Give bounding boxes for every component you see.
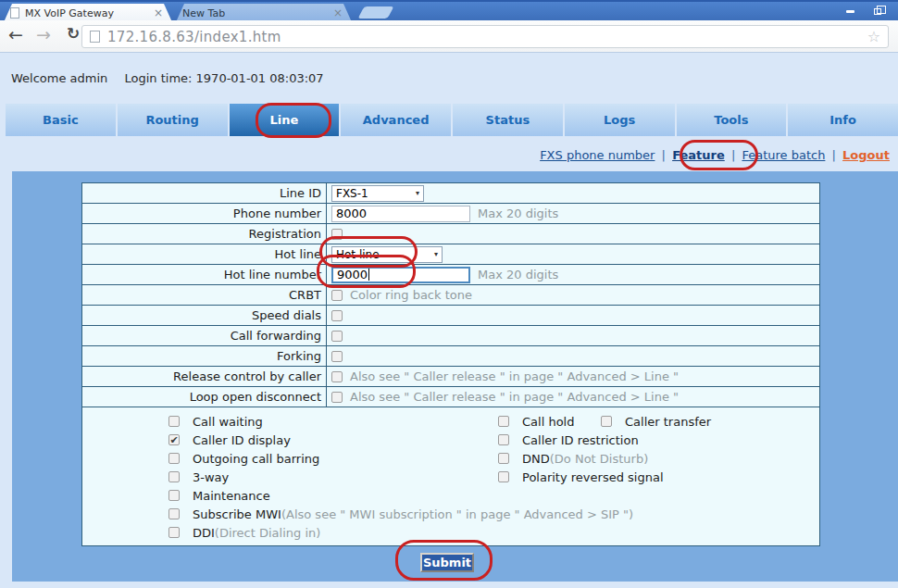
feature-dnd: DND(Do Not Disturb) (498, 452, 648, 466)
subnav-separator: | (832, 148, 836, 162)
form-row-release-control: Release control by caller Also see " Cal… (82, 367, 819, 387)
form-row-speed-dials: Speed dials (82, 306, 819, 326)
feature-label: Subscribe MWI (193, 507, 281, 521)
welcome-text: Welcome admin (11, 71, 107, 85)
nav-tab-line[interactable]: Line (230, 104, 340, 136)
browser-tab-title: MX VoIP Gateway (25, 7, 114, 19)
nav-tab-logs[interactable]: Logs (565, 104, 675, 136)
feature-maintenance: Maintenance (168, 489, 270, 503)
nav-tab-tools[interactable]: Tools (677, 104, 787, 136)
bookmark-star-icon[interactable]: ☆ (867, 28, 880, 45)
caller-id-display-checkbox[interactable]: ✔ (168, 434, 180, 445)
restore-icon (874, 8, 881, 15)
field-label: Loop open disconnect (82, 387, 327, 407)
submit-button[interactable]: Submit (420, 553, 474, 572)
nav-tab-basic[interactable]: Basic (6, 104, 116, 136)
polarity-reversed-checkbox[interactable] (498, 471, 509, 482)
new-tab-button[interactable] (358, 6, 394, 19)
feature-note: (Also see " MWI subscription " in page "… (281, 507, 633, 521)
subnav-link-feature[interactable]: Feature (672, 148, 725, 162)
registration-checkbox[interactable] (331, 229, 343, 240)
subnav-link-fxs-phone-number[interactable]: FXS phone number (540, 148, 655, 162)
back-button[interactable]: ← (4, 24, 28, 44)
maintenance-checkbox[interactable] (168, 490, 180, 501)
call-hold-checkbox[interactable] (498, 416, 509, 427)
feature-label: Caller ID display (193, 433, 291, 447)
chevron-down-icon: ▾ (416, 189, 419, 197)
feature-label: Outgoing call barring (193, 452, 319, 466)
field-label: CRBT (82, 285, 327, 305)
feature-ddi: DDI(Direct Dialing in) (168, 526, 320, 540)
content-panel: Line ID FXS-1 ▾ Phone number 8000 Max 20… (12, 171, 898, 582)
sub-nav: FXS phone number | Feature | Feature bat… (537, 148, 892, 162)
forward-button[interactable]: → (31, 24, 56, 44)
browser-toolbar: ← → ↻ 172.16.8.63/index1.htm ☆ (0, 20, 898, 53)
feature-label: 3-way (193, 470, 229, 484)
feature-label: Call waiting (193, 415, 263, 429)
caller-transfer-checkbox[interactable] (601, 416, 612, 427)
nav-tab-advanced[interactable]: Advanced (341, 104, 451, 136)
maximize-button[interactable] (868, 5, 887, 18)
select-value: FXS-1 (336, 187, 368, 200)
loop-open-disconnect-checkbox[interactable] (331, 392, 343, 403)
field-note: Also see " Caller release " in page " Ad… (350, 390, 679, 404)
field-hint: Max 20 digits (478, 268, 558, 281)
chevron-down-icon: ▾ (434, 250, 438, 258)
nav-tab-routing[interactable]: Routing (118, 104, 228, 136)
form-row-crbt: CRBT Color ring back tone (82, 285, 819, 306)
form-row-line-id: Line ID FXS-1 ▾ (82, 183, 819, 204)
hot-line-number-input[interactable]: 9000 (331, 267, 470, 283)
outgoing-call-barring-checkbox[interactable] (168, 453, 180, 464)
field-label: Call forwarding (82, 326, 327, 345)
three-way-checkbox[interactable] (168, 471, 180, 482)
tab-close-icon[interactable]: × (331, 7, 344, 19)
field-note: Also see " Caller release " in page " Ad… (350, 369, 679, 383)
page-icon (90, 31, 100, 43)
form-row-loop-open-disconnect: Loop open disconnect Also see " Caller r… (82, 387, 819, 407)
speed-dials-checkbox[interactable] (331, 310, 343, 321)
feature-label: Call hold (522, 415, 574, 429)
feature-caller-transfer: Caller transfer (601, 415, 711, 429)
nav-tab-status[interactable]: Status (453, 104, 563, 136)
browser-tab-newtab[interactable]: New Tab × (176, 4, 352, 22)
field-label: Speed dials (82, 306, 327, 325)
phone-number-input[interactable]: 8000 (331, 206, 470, 222)
feature-3-way: 3-way (168, 470, 498, 484)
field-label: Hot line number (82, 265, 327, 284)
login-time-text: Login time: 1970-01-01 08:03:07 (124, 71, 323, 85)
browser-tab-title: New Tab (182, 7, 225, 19)
feature-caller-id-display: ✔ Caller ID display (168, 433, 498, 447)
feature-call-hold: Call hold (498, 415, 601, 429)
subscribe-mwi-checkbox[interactable] (168, 508, 180, 519)
browser-tab-active[interactable]: MX VoIP Gateway × (4, 4, 172, 22)
call-forwarding-checkbox[interactable] (331, 331, 343, 342)
feature-label: Maintenance (193, 489, 270, 503)
caller-id-restriction-checkbox[interactable] (498, 434, 509, 445)
select-value: Hot line (336, 248, 380, 261)
text-caret (368, 269, 369, 281)
ddi-checkbox[interactable] (168, 527, 180, 538)
feature-polarity-reversed-signal: Polarity reversed signal (498, 470, 664, 484)
subnav-link-feature-batch[interactable]: Feature batch (742, 148, 825, 162)
dnd-checkbox[interactable] (498, 453, 509, 464)
input-value: 8000 (336, 206, 367, 220)
subnav-link-logout[interactable]: Logout (842, 148, 890, 162)
form-row-hot-line: Hot line Hot line ▾ (82, 244, 819, 265)
release-control-checkbox[interactable] (331, 371, 343, 382)
browser-window: MX VoIP Gateway × New Tab × ← → ↻ 172.16… (0, 0, 898, 588)
forking-checkbox[interactable] (331, 351, 343, 362)
tab-close-icon[interactable]: × (152, 7, 165, 19)
field-label: Phone number (82, 204, 327, 223)
input-value: 9000 (337, 268, 368, 281)
line-id-select[interactable]: FXS-1 ▾ (331, 185, 424, 202)
nav-tab-info[interactable]: Info (788, 104, 898, 136)
crbt-checkbox[interactable] (331, 290, 343, 301)
feature-label: Caller transfer (625, 415, 711, 429)
form-row-call-forwarding: Call forwarding (82, 326, 819, 346)
line-feature-form: Line ID FXS-1 ▾ Phone number 8000 Max 20… (81, 182, 820, 546)
hot-line-select[interactable]: Hot line ▾ (331, 246, 443, 263)
url-text[interactable]: 172.16.8.63/index1.htm (107, 29, 867, 45)
minimize-button[interactable] (841, 5, 859, 18)
call-waiting-checkbox[interactable] (168, 416, 180, 427)
address-bar[interactable]: 172.16.8.63/index1.htm ☆ (81, 25, 889, 48)
